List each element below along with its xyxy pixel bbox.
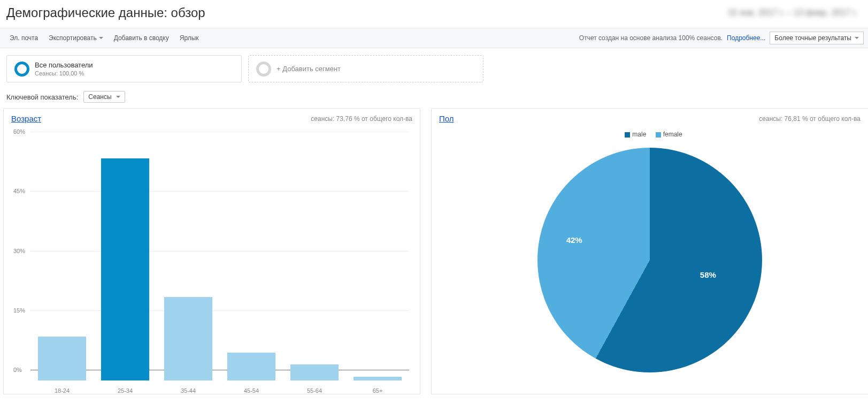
age-bar[interactable] <box>354 377 402 380</box>
age-panel: Возраст сеансы: 73,76 % от общего кол-ва… <box>3 108 420 394</box>
chevron-down-icon <box>116 96 120 98</box>
date-range-picker[interactable]: 15 янв. 2017 г. – 13 февр. 2017 г. <box>728 8 857 18</box>
age-bar[interactable] <box>290 364 339 380</box>
age-panel-title[interactable]: Возраст <box>11 114 41 123</box>
pie-slice-label-female: 42% <box>566 235 582 245</box>
gender-pie-chart: 58% 42% <box>537 148 762 372</box>
chevron-down-icon <box>855 37 859 39</box>
y-tick-label: 30% <box>13 248 25 254</box>
age-bar[interactable] <box>38 337 86 380</box>
age-bar-chart: 0%15%30%45%60%18-2425-3435-4445-5455-646… <box>20 132 409 394</box>
metric-label: Ключевой показатель: <box>6 93 78 101</box>
segment-title: Все пользователи <box>35 61 93 69</box>
shortcut-button[interactable]: Ярлык <box>174 28 204 48</box>
pie-legend: male female <box>432 126 868 138</box>
legend-label-female: female <box>663 131 682 138</box>
add-to-report-button[interactable]: Добавить в сводку <box>109 28 174 48</box>
add-segment-label: + Добавить сегмент <box>276 65 341 73</box>
toolbar: Эл. почта Экспортировать Добавить в свод… <box>0 28 868 48</box>
x-tick-label: 18-24 <box>38 387 86 394</box>
y-tick-label: 45% <box>13 188 25 194</box>
report-info-text: Отчет создан на основе анализа 100% сеан… <box>579 34 723 42</box>
y-tick-label: 0% <box>13 367 22 373</box>
more-link[interactable]: Подробнее... <box>727 34 765 42</box>
x-tick-label: 45-54 <box>227 387 275 394</box>
legend-label-male: male <box>632 131 646 138</box>
x-tick-label: 35-44 <box>164 387 212 394</box>
page-title: Демографические данные: обзор <box>6 5 205 20</box>
segment-subtitle: Сеансы: 100,00 % <box>35 70 93 77</box>
add-segment-button[interactable]: + Добавить сегмент <box>248 55 483 82</box>
age-bar[interactable] <box>164 297 212 380</box>
export-button[interactable]: Экспортировать <box>43 28 109 48</box>
gender-panel-summary: сеансы: 76,81 % от общего кол-ва <box>759 115 861 123</box>
x-tick-label: 65+ <box>354 387 402 394</box>
age-bar[interactable] <box>227 353 275 380</box>
x-tick-label: 55-64 <box>290 387 339 394</box>
chevron-down-icon <box>99 37 103 39</box>
y-tick-label: 15% <box>13 307 25 314</box>
y-tick-label: 60% <box>13 128 25 135</box>
precision-select[interactable]: Более точные результаты <box>770 32 864 44</box>
pie-slice-label-male: 58% <box>700 270 716 279</box>
legend-swatch-male <box>625 132 630 138</box>
age-bar[interactable] <box>101 158 149 380</box>
metric-select[interactable]: Сеансы <box>83 91 125 103</box>
legend-swatch-female <box>656 132 661 138</box>
gender-panel: Пол сеансы: 76,81 % от общего кол-ва mal… <box>431 108 868 394</box>
email-button[interactable]: Эл. почта <box>4 28 43 48</box>
segment-donut-icon <box>14 62 29 77</box>
segment-all-users[interactable]: Все пользователи Сеансы: 100,00 % <box>6 55 242 82</box>
segment-donut-placeholder-icon <box>256 62 271 77</box>
age-panel-summary: сеансы: 73,76 % от общего кол-ва <box>311 115 412 123</box>
gender-panel-title[interactable]: Пол <box>439 114 454 123</box>
x-tick-label: 25-34 <box>101 387 149 394</box>
